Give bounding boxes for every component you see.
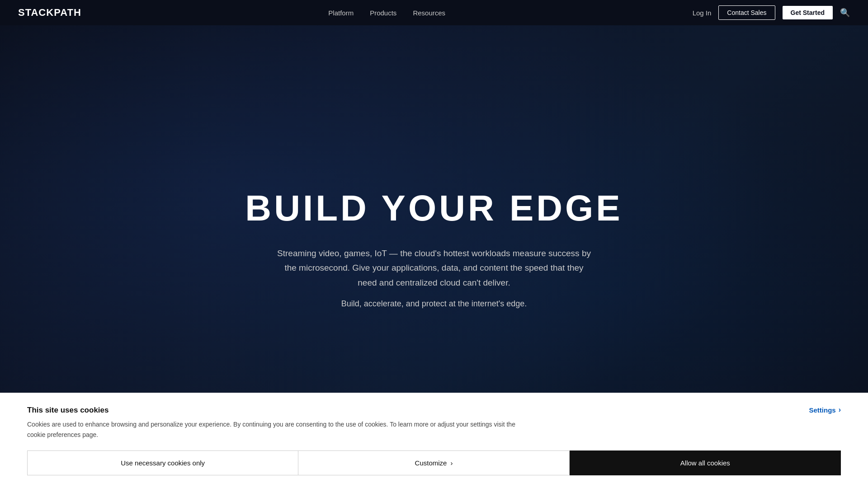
contact-sales-button[interactable]: Contact Sales	[718, 5, 775, 20]
logo[interactable]: STACKPATH	[18, 7, 81, 19]
nav-resources[interactable]: Resources	[413, 9, 445, 17]
nav-products[interactable]: Products	[370, 9, 396, 17]
login-link[interactable]: Log In	[693, 9, 712, 17]
customize-arrow-icon: ›	[450, 459, 453, 467]
cookie-top: This site uses cookies Cookies are used …	[27, 406, 841, 440]
cookie-title: This site uses cookies	[27, 406, 524, 415]
search-icon[interactable]: 🔍	[840, 8, 850, 18]
customize-cookies-button[interactable]: Customize ›	[298, 450, 569, 475]
cookie-text-block: This site uses cookies Cookies are used …	[27, 406, 524, 440]
navbar: STACKPATH Platform Products Resources Lo…	[0, 0, 868, 25]
hero-title: BUILD YOUR EDGE	[245, 188, 623, 228]
cookie-buttons: Use necessary cookies only Customize › A…	[27, 450, 841, 475]
chevron-right-icon: ›	[839, 406, 841, 414]
allow-all-cookies-button[interactable]: Allow all cookies	[570, 450, 841, 475]
nav-platform[interactable]: Platform	[328, 9, 354, 17]
get-started-button[interactable]: Get Started	[783, 6, 833, 19]
cookie-settings-link[interactable]: Settings ›	[809, 406, 841, 414]
nav-right: Log In Contact Sales Get Started 🔍	[693, 5, 850, 20]
nav-links: Platform Products Resources	[328, 9, 445, 17]
hero-sub2: Build, accelerate, and protect at the in…	[341, 299, 527, 309]
necessary-cookies-button[interactable]: Use necessary cookies only	[27, 450, 298, 475]
cookie-banner: This site uses cookies Cookies are used …	[0, 393, 868, 488]
cookie-description: Cookies are used to enhance browsing and…	[27, 419, 524, 440]
hero-subtitle: Streaming video, games, IoT — the cloud'…	[276, 246, 592, 290]
